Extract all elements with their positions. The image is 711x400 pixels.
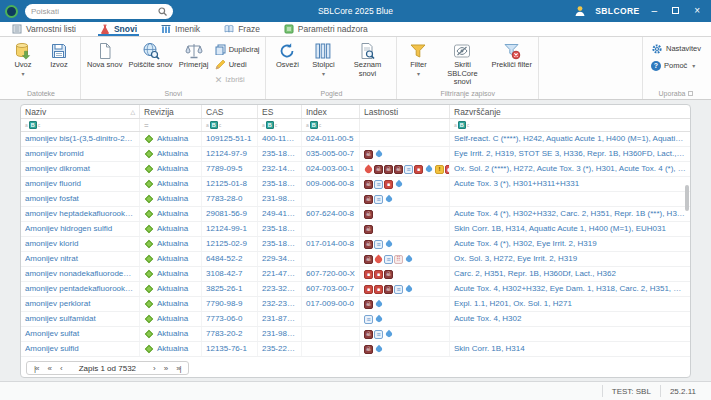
table-row[interactable]: amonijev fosfatAktualna7783-28-0231-987-…: [21, 192, 690, 207]
filter-cell-cas[interactable]: aBc: [202, 119, 258, 131]
cell-revizija: Aktualna: [140, 162, 202, 176]
cell-naziv: amonijev sulfamidat: [21, 312, 140, 326]
table-row[interactable]: amonijev bis(1-(3,5-dinitro-2-oksidof...…: [21, 132, 690, 147]
izvoz-button[interactable]: Izvoz: [42, 40, 76, 71]
tab-snovi[interactable]: Snovi: [98, 22, 139, 36]
column-header-razvrscanje[interactable]: Razvrščanje: [450, 105, 690, 118]
stot-pictogram-icon: ■: [374, 285, 383, 294]
cell-lastnosti: ☠≡⠿: [360, 252, 450, 266]
search-icon[interactable]: [158, 7, 167, 16]
column-header-naziv[interactable]: Naziv △: [21, 105, 140, 118]
filter-cell-naziv[interactable]: aBc: [21, 119, 140, 131]
tab-varnostni-listi[interactable]: Varnostni listi: [10, 22, 78, 36]
button-label: Stolpci: [312, 61, 335, 70]
status-current-icon: [145, 270, 153, 278]
nova-snov-button[interactable]: Nova snov: [85, 40, 124, 71]
account-label[interactable]: SBLCORE: [595, 6, 639, 16]
tab-fraze[interactable]: Fraze: [222, 22, 262, 36]
table-row[interactable]: amonijev bromidAktualna12124-97-9235-183…: [21, 147, 690, 162]
cell-index: [302, 342, 360, 356]
uredi-button[interactable]: Uredi: [215, 58, 260, 71]
table-row[interactable]: Amonijev sulfidAktualna12135-76-1235-223…: [21, 342, 690, 357]
cell-lastnosti: ■■☠: [360, 267, 450, 281]
help-icon: ?: [651, 61, 661, 71]
pager-next-button[interactable]: ›: [151, 364, 157, 373]
tab-imenik[interactable]: Imenik: [159, 22, 202, 36]
filter-cell-lastnosti[interactable]: [360, 119, 450, 131]
dupliciraj-button[interactable]: Dupliciraj: [215, 43, 260, 56]
group-label-filtriranje: Filtriranje zapisov: [401, 88, 533, 99]
pager-prev-page-button[interactable]: «: [46, 364, 53, 373]
cell-revizija: Aktualna: [140, 252, 202, 266]
cell-razvrscanje: Acute Tox. 4, H302: [450, 312, 690, 326]
column-header-es[interactable]: ES: [258, 105, 302, 118]
scrollbar-thumb[interactable]: [685, 185, 689, 211]
maximize-button[interactable]: [669, 6, 682, 16]
cell-es: 249-415-0: [258, 207, 302, 221]
cell-naziv: amonijev perklorat: [21, 297, 140, 311]
table-row[interactable]: amonijev kloridAktualna12125-02-9235-186…: [21, 237, 690, 252]
tab-parametri-nadzora[interactable]: Parametri nadzora: [282, 22, 370, 36]
filter-cell-es[interactable]: aBc: [258, 119, 302, 131]
search-input[interactable]: [31, 7, 154, 16]
filter-cell-revizija[interactable]: =: [140, 119, 202, 131]
pager-prev-button[interactable]: ‹: [58, 364, 64, 373]
button-label: Prekliči filter: [491, 61, 531, 70]
table-row[interactable]: amonijev perkloratAktualna7790-98-9232-2…: [21, 297, 690, 312]
poiscite-snov-button[interactable]: Poiščite snov: [126, 40, 174, 71]
table-row[interactable]: amonijev dikromatAktualna7789-09-5232-14…: [21, 162, 690, 177]
copy-icon: [215, 44, 226, 55]
cell-index: 607-720-00-X: [302, 267, 360, 281]
skriti-sblcore-snovi-button[interactable]: Skriti SBLCore snovi: [437, 40, 487, 88]
cell-cas: 7773-06-0: [202, 312, 258, 326]
cell-lastnosti: ☠≡: [360, 192, 450, 206]
stolpci-button[interactable]: Stolpci ▾: [306, 40, 340, 78]
osvezi-button[interactable]: Osveži: [270, 40, 304, 71]
tab-label: Parametri nadzora: [298, 24, 368, 34]
column-header-revizija[interactable]: Revizija: [140, 105, 202, 118]
column-header-index[interactable]: Index: [302, 105, 360, 118]
table-row[interactable]: amonijev nonadekafluorodekanoatAktualna3…: [21, 267, 690, 282]
status-current-icon: [145, 135, 153, 143]
uvoz-button[interactable]: Uvoz ▾: [6, 40, 40, 78]
column-header-cas[interactable]: CAS: [202, 105, 258, 118]
scrollbar[interactable]: [684, 120, 689, 357]
ribbon-expander-icon[interactable]: [688, 91, 693, 96]
primerjaj-button[interactable]: Primerjaj: [177, 40, 211, 71]
nastavitev-button[interactable]: Nastavitev: [651, 42, 701, 55]
delete-x-icon: ✕: [215, 75, 223, 85]
droplet-pictogram-icon: [375, 315, 383, 323]
cell-razvrscanje: Acute Tox. 4, H302+H332, Eye Dam. 1, H31…: [450, 282, 690, 296]
table-row[interactable]: Amonijev sulfatAktualna7783-20-2231-984-…: [21, 327, 690, 342]
column-header-lastnosti[interactable]: Lastnosti: [360, 105, 450, 118]
cell-naziv: amonijev dikromat: [21, 162, 140, 176]
table-row[interactable]: Amonijev hidrogen sulfidAktualna12124-99…: [21, 222, 690, 237]
cell-es: 235-186-4: [258, 237, 302, 251]
cell-lastnosti: ☠: [360, 297, 450, 311]
minimize-button[interactable]: –: [649, 6, 661, 16]
izbrisi-button[interactable]: ✕ Izbriši: [215, 73, 260, 86]
close-button[interactable]: ×: [691, 6, 703, 16]
pager-last-button[interactable]: »|: [174, 364, 183, 373]
seznam-snovi-button[interactable]: Seznam snovi: [342, 40, 392, 79]
pager-next-page-button[interactable]: »: [162, 364, 169, 373]
pager-first-button[interactable]: |«: [32, 364, 41, 373]
filter-cell-razvrscanje[interactable]: aBc: [450, 119, 690, 131]
tox-pictogram-icon: ☠: [364, 255, 373, 264]
table-row[interactable]: Amonijev nitratAktualna6484-52-2229-347-…: [21, 252, 690, 267]
filter-button[interactable]: Filter ▾: [401, 40, 435, 78]
filter-abc-icon: aBc: [25, 121, 40, 129]
status-current-icon: [145, 240, 153, 248]
status-current-icon: [145, 225, 153, 233]
filter-cell-index[interactable]: aBc: [302, 119, 360, 131]
table-row[interactable]: amonijev pentadekafluorooktanoatAktualna…: [21, 282, 690, 297]
table-row[interactable]: amonijev sulfamidatAktualna7773-06-0231-…: [21, 312, 690, 327]
table-row[interactable]: amonijev heptadekafluorooktansulfo...Akt…: [21, 207, 690, 222]
app-icon[interactable]: [5, 5, 18, 18]
preklici-filter-button[interactable]: Prekliči filter: [489, 40, 533, 71]
status-version: 25.2.11: [660, 385, 705, 397]
table-row[interactable]: amonijev fluoridAktualna12125-01-8235-18…: [21, 177, 690, 192]
search-box[interactable]: [25, 4, 173, 19]
pomoc-button[interactable]: ? Pomoč ▾: [651, 59, 695, 72]
cell-es: 235-184-3: [258, 222, 302, 236]
